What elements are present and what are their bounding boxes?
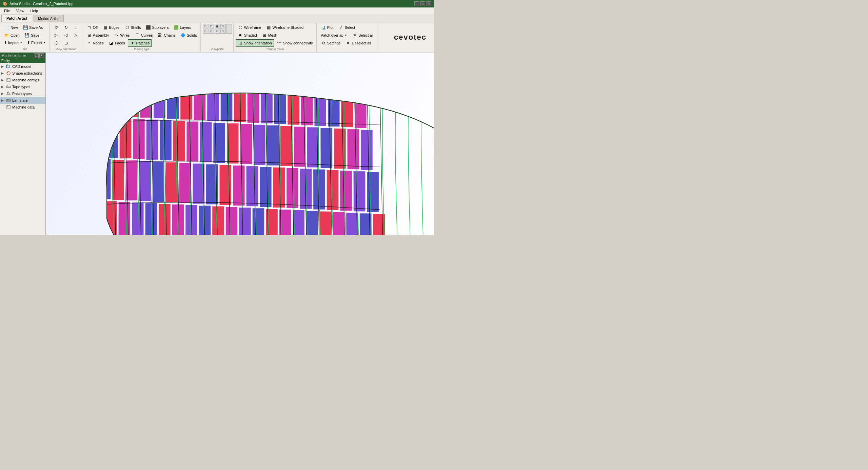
picking-nodes-button[interactable]: • Nodes bbox=[84, 39, 106, 47]
wireframe-button[interactable]: ⬡ Wireframe bbox=[236, 24, 263, 31]
cevotec-text: cevotec bbox=[394, 33, 427, 41]
select-button[interactable]: ✓ Select bbox=[336, 24, 357, 31]
viewport-btn-7[interactable]: □ bbox=[215, 29, 220, 34]
viewport-btn-8[interactable]: □ bbox=[220, 29, 226, 34]
picking-edges-button[interactable]: ▦ Edges bbox=[100, 24, 121, 31]
menu-view[interactable]: View bbox=[14, 8, 27, 14]
wires-icon: 〜 bbox=[114, 33, 119, 38]
deselect-all-icon: ✕ bbox=[345, 40, 351, 46]
picking-sublayers-button[interactable]: ⬛ Sublayers bbox=[143, 24, 171, 31]
window-title: Artist Studio - Gearbox_2_Patched.fpp bbox=[9, 2, 73, 6]
restore-button[interactable]: □ bbox=[34, 53, 39, 58]
menu-help[interactable]: Help bbox=[27, 8, 41, 14]
mesh-button[interactable]: ⊞ Mesh bbox=[260, 32, 279, 39]
tree-item-tape-types[interactable]: ▶ Tape types bbox=[0, 83, 45, 90]
picking-faces-button[interactable]: ◪ Faces bbox=[106, 39, 127, 47]
picking-off-button[interactable]: ◻ Off bbox=[84, 24, 100, 31]
file-section-label: File bbox=[2, 47, 48, 51]
quality-section: 📊 Plot ✓ Select Patch overlap ▼ ≡ bbox=[317, 23, 377, 52]
viewport-btn-6[interactable]: □ bbox=[220, 24, 226, 28]
picking-layers-button[interactable]: 🟩 Layers bbox=[171, 24, 193, 31]
viewport-btn-5[interactable]: ▦ bbox=[215, 24, 220, 28]
chains-icon: ⛓ bbox=[157, 33, 163, 38]
picking-wires-button[interactable]: 〜 Wires bbox=[112, 32, 132, 39]
tree-item-shape-extractions[interactable]: ▶ Shape extractions bbox=[0, 70, 45, 77]
close-button[interactable]: ✕ bbox=[427, 1, 431, 6]
settings-button[interactable]: ⚙ Settings bbox=[319, 39, 343, 47]
export-dropdown-arrow: ▼ bbox=[43, 41, 46, 44]
viewport-btn-4[interactable]: □ bbox=[209, 29, 214, 34]
faces-icon: ◪ bbox=[108, 40, 114, 46]
wireframe-shaded-button[interactable]: ▦ Wireframe Shaded bbox=[264, 24, 305, 31]
menu-bar: File View Help bbox=[0, 7, 434, 14]
picking-curves-button[interactable]: ⌒ Curves bbox=[133, 32, 155, 39]
laminate-icon bbox=[6, 98, 11, 103]
close-panel-button[interactable]: ✕ bbox=[39, 53, 44, 58]
viewport-canvas[interactable] bbox=[46, 53, 434, 235]
tree-item-machine-data[interactable]: ▶ Machine data bbox=[0, 104, 45, 111]
import-dropdown-arrow: ▼ bbox=[20, 41, 22, 44]
viewport-3d[interactable]: Z Y X bbox=[46, 53, 434, 235]
picking-section: ◻ Off ▦ Edges ⬡ Shells ⬛ Sublayers bbox=[83, 23, 201, 52]
view-front-button[interactable]: ▷ bbox=[52, 32, 61, 39]
view-top-button[interactable]: △ bbox=[71, 32, 81, 39]
open-icon: 📂 bbox=[4, 33, 9, 38]
maximize-button[interactable]: □ bbox=[420, 1, 425, 6]
show-connectivity-button[interactable]: 〰 Show connectivity bbox=[275, 39, 315, 47]
menu-file[interactable]: File bbox=[1, 8, 13, 14]
logo-area: cevotec bbox=[378, 23, 433, 52]
svg-point-7 bbox=[7, 85, 8, 86]
tree-item-patch-types[interactable]: ▶ Patch types bbox=[0, 90, 45, 97]
shape-extractions-label: Shape extractions bbox=[12, 71, 42, 75]
new-button[interactable]: 📄 New bbox=[2, 24, 20, 31]
patch-overlap-arrow: ▼ bbox=[344, 34, 347, 37]
titlebar-controls: — □ ✕ bbox=[414, 1, 431, 6]
viewport-cluster-2: ▦ □ □ □ bbox=[215, 24, 226, 34]
model-explorer-title: Model explorer bbox=[1, 54, 26, 58]
shaded-button[interactable]: ■ Shaded bbox=[236, 32, 259, 39]
tree-item-machine-configs[interactable]: ▶ Machine configs bbox=[0, 77, 45, 83]
patches-icon: ✦ bbox=[130, 40, 135, 46]
tab-motion-artist[interactable]: Motion Artist bbox=[33, 15, 64, 22]
tab-patch-artist[interactable]: Patch Artist bbox=[1, 15, 32, 22]
show-orientation-button[interactable]: ◫ Show orientation bbox=[236, 39, 274, 47]
laminate-label: Laminate bbox=[12, 98, 27, 102]
picking-shells-button[interactable]: ⬡ Shells bbox=[122, 24, 143, 31]
patch-types-icon bbox=[6, 91, 11, 96]
tape-types-label: Tape types bbox=[12, 85, 30, 89]
tree-item-cad-model[interactable]: ▶ CAD model bbox=[0, 63, 45, 70]
view-back-button[interactable]: ◁ bbox=[61, 32, 71, 39]
patch-overlap-button[interactable]: Patch overlap ▼ bbox=[319, 32, 349, 38]
viewport-btn-3[interactable]: □ bbox=[203, 29, 208, 34]
view-orientation-section: ↺ ↻ ↕ ▷ ◁ △ ⬡ ⊡ View orientation bbox=[50, 23, 82, 52]
svg-point-5 bbox=[7, 79, 8, 80]
title-bar: 🎨 Artist Studio - Gearbox_2_Patched.fpp … bbox=[0, 0, 434, 7]
nodes-icon: • bbox=[86, 40, 92, 46]
rotate-left-button[interactable]: ↺ bbox=[52, 24, 61, 31]
import-button[interactable]: ⬇ Import ▼ bbox=[2, 39, 24, 46]
picking-patches-button[interactable]: ✦ Patches bbox=[128, 39, 152, 47]
export-button[interactable]: ⬆ Export ▼ bbox=[25, 39, 48, 46]
save-as-button[interactable]: 💾 Save As bbox=[21, 24, 45, 31]
view-fit-button[interactable]: ⊡ bbox=[61, 39, 71, 47]
viewport-single-btn[interactable] bbox=[226, 24, 232, 34]
select-all-button[interactable]: ≡ Select all bbox=[350, 32, 376, 39]
rotate-right-button[interactable]: ↻ bbox=[61, 24, 71, 31]
sidebar: Model explorer □ ✕ Entity ▶ CAD model ▶ bbox=[0, 53, 46, 235]
viewport-btn-1[interactable]: □ bbox=[203, 24, 208, 28]
deselect-all-button[interactable]: ✕ Deselect all bbox=[343, 39, 373, 47]
viewport-btn-2[interactable]: □ bbox=[209, 24, 214, 28]
view-orientation-label: View orientation bbox=[52, 47, 81, 51]
plot-button[interactable]: 📊 Plot bbox=[319, 24, 336, 31]
picking-chains-button[interactable]: ⛓ Chains bbox=[155, 32, 177, 39]
open-button[interactable]: 📂 Open bbox=[2, 32, 22, 39]
tree-item-laminate[interactable]: ▶ Laminate bbox=[0, 97, 45, 104]
flip-button[interactable]: ↕ bbox=[71, 24, 81, 31]
shaded-icon: ■ bbox=[238, 33, 243, 38]
minimize-button[interactable]: — bbox=[414, 1, 419, 6]
save-button[interactable]: 💾 Save bbox=[22, 32, 41, 39]
picking-assembly-button[interactable]: ⊞ Assembly bbox=[84, 32, 111, 39]
picking-solids-button[interactable]: 🔷 Solids bbox=[178, 32, 199, 39]
view-iso-button[interactable]: ⬡ bbox=[52, 39, 61, 47]
new-icon: 📄 bbox=[4, 25, 9, 30]
